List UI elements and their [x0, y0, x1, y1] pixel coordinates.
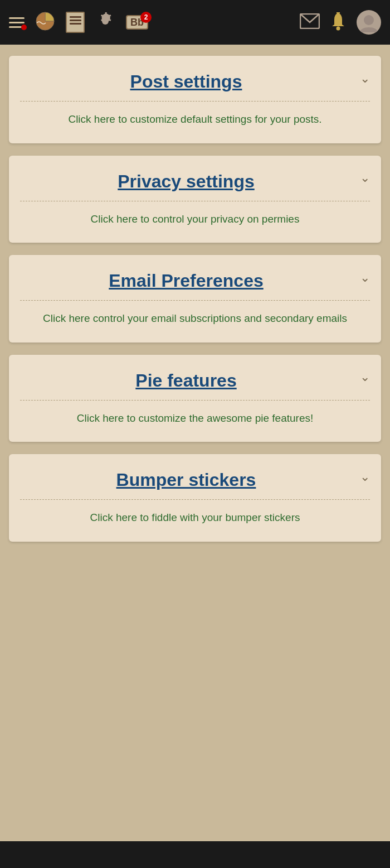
pie-icon[interactable] [35, 11, 56, 34]
setting-card-title-pie-features: Pie features [25, 370, 348, 391]
notepad-icon[interactable] [66, 12, 85, 33]
setting-card-post-settings[interactable]: Post settings⌄Click here to customize de… [9, 56, 381, 143]
setting-card-header-pie-features: Pie features⌄ [9, 355, 381, 400]
setting-card-pie-features[interactable]: Pie features⌄Click here to customize the… [9, 355, 381, 442]
setting-card-privacy-settings[interactable]: Privacy settings⌄Click here to control y… [9, 156, 381, 243]
user-avatar[interactable] [357, 10, 381, 35]
setting-card-header-bumper-stickers: Bumper stickers⌄ [9, 454, 381, 499]
top-bar-left: Bb 2 [9, 11, 148, 34]
setting-card-title-email-preferences: Email Preferences [25, 271, 348, 291]
setting-card-header-privacy-settings: Privacy settings⌄ [9, 156, 381, 201]
setting-card-desc-pie-features: Click here to customize the awesome pie … [9, 401, 381, 442]
hamburger-menu-button[interactable] [9, 17, 25, 28]
messages-icon[interactable] [300, 13, 320, 31]
setting-card-title-privacy-settings: Privacy settings [25, 171, 348, 192]
setting-card-desc-email-preferences: Click here control your email subscripti… [9, 301, 381, 343]
setting-card-desc-post-settings: Click here to customize default settings… [9, 102, 381, 143]
chevron-down-icon-pie-features: ⌄ [360, 370, 370, 384]
bottom-bar [0, 841, 390, 868]
setting-card-bumper-stickers[interactable]: Bumper stickers⌄Click here to fiddle wit… [9, 454, 381, 542]
setting-card-desc-bumper-stickers: Click here to fiddle with your bumper st… [9, 500, 381, 542]
svg-point-1 [337, 27, 340, 31]
chevron-down-icon-email-preferences: ⌄ [360, 271, 370, 285]
setting-card-title-bumper-stickers: Bumper stickers [25, 470, 348, 490]
setting-card-header-email-preferences: Email Preferences⌄ [9, 255, 381, 300]
bb-badge-count: 2 [140, 12, 152, 23]
main-content: Post settings⌄Click here to customize de… [0, 45, 390, 841]
chevron-down-icon-bumper-stickers: ⌄ [360, 470, 370, 484]
setting-card-email-preferences[interactable]: Email Preferences⌄Click here control you… [9, 255, 381, 343]
svg-point-3 [364, 15, 374, 25]
top-bar-right [300, 10, 381, 35]
setting-card-title-post-settings: Post settings [25, 71, 348, 92]
setting-card-desc-privacy-settings: Click here to control your privacy on pe… [9, 201, 381, 243]
notifications-bell-icon[interactable] [330, 11, 347, 33]
bb-badge[interactable]: Bb 2 [126, 15, 148, 30]
setting-card-header-post-settings: Post settings⌄ [9, 56, 381, 101]
hamburger-dot [21, 25, 27, 30]
chevron-down-icon-post-settings: ⌄ [360, 71, 370, 86]
settings-gear-icon[interactable] [95, 11, 116, 34]
chevron-down-icon-privacy-settings: ⌄ [360, 171, 370, 185]
top-bar: Bb 2 [0, 0, 390, 45]
